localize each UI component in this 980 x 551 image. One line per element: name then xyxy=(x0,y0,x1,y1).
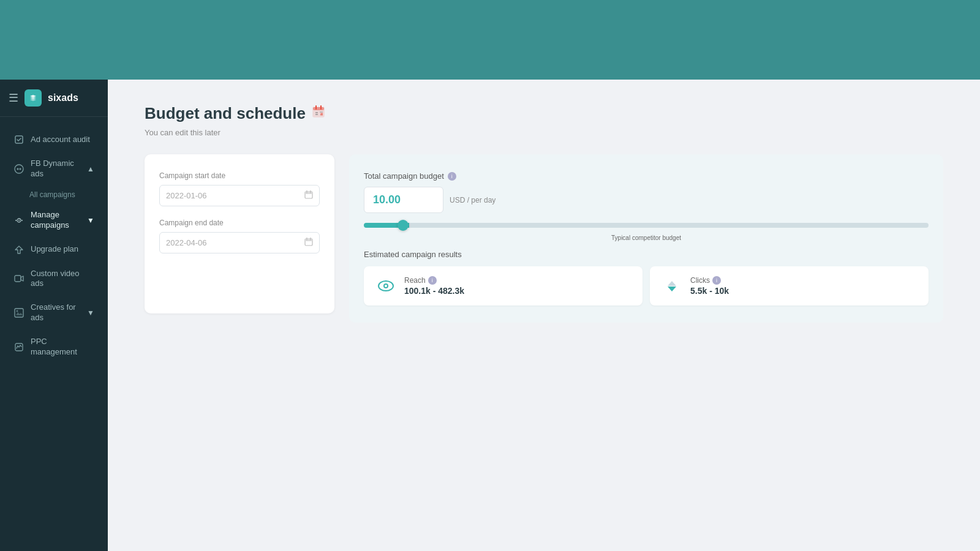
clicks-metric-card: Clicks i 5.5k - 10k xyxy=(650,266,929,305)
budget-slider-track[interactable] xyxy=(364,223,929,228)
budget-slider-container: Typical competitor budget xyxy=(364,223,929,228)
clicks-metric-info: Clicks i 5.5k - 10k xyxy=(690,276,729,296)
fb-icon xyxy=(13,163,24,174)
end-date-input[interactable]: 2022-04-06 xyxy=(159,232,320,253)
clicks-top xyxy=(668,281,676,286)
end-date-calendar-icon xyxy=(304,238,313,248)
sidebar-item-ad-account-audit-label: Ad account audit xyxy=(31,135,90,145)
svg-point-10 xyxy=(17,310,18,312)
page-subtitle: You can edit this later xyxy=(145,128,943,137)
audit-icon xyxy=(13,134,24,145)
clicks-metric-name: Clicks i xyxy=(690,276,729,285)
svg-point-2 xyxy=(17,168,19,170)
sidebar-item-manage-campaigns-label: Manage campaigns xyxy=(31,210,81,231)
nav-section: Ad account audit FB Dynamic ads ▲ All ca… xyxy=(0,117,108,551)
video-icon xyxy=(13,273,24,284)
svg-point-6 xyxy=(15,220,17,221)
budget-info-icon[interactable]: i xyxy=(448,172,456,181)
budget-input-row: USD / per day xyxy=(364,187,929,213)
fb-dynamic-ads-chevron: ▲ xyxy=(87,165,94,173)
sidebar-item-ad-account-audit[interactable]: Ad account audit xyxy=(5,128,103,151)
sidebar-item-ppc-management[interactable]: PPC management xyxy=(5,331,103,364)
sidebar-item-creatives-for-ads-label: Creatives for ads xyxy=(31,302,81,323)
sidebar-item-manage-campaigns[interactable]: Manage campaigns ▼ xyxy=(5,204,103,237)
svg-point-7 xyxy=(21,220,23,221)
budget-label: Total campaign budget i xyxy=(364,171,929,181)
sidebar-item-custom-video-ads[interactable]: Custom video ads xyxy=(5,263,103,296)
clicks-icon-wrap xyxy=(661,275,683,297)
creatives-icon xyxy=(13,307,24,318)
sidebar-header: ☰ sixads xyxy=(0,80,108,117)
main-content: Budget and schedule You can edit this la… xyxy=(108,80,980,551)
sidebar-item-ppc-management-label: PPC management xyxy=(31,337,94,358)
all-campaigns-label: All campaigns xyxy=(29,190,75,199)
brand-name: sixads xyxy=(48,92,78,103)
page-title-icon xyxy=(312,105,325,122)
page-title: Budget and schedule xyxy=(145,104,306,123)
sidebar-item-creatives-for-ads[interactable]: Creatives for ads ▼ xyxy=(5,296,103,329)
svg-rect-9 xyxy=(15,309,23,317)
sidebar-subitem-all-campaigns[interactable]: All campaigns xyxy=(5,187,103,203)
sidebar-item-custom-video-ads-label: Custom video ads xyxy=(31,269,94,290)
manage-campaigns-chevron: ▼ xyxy=(87,216,94,225)
svg-rect-13 xyxy=(313,107,324,110)
end-date-value: 2022-04-06 xyxy=(166,238,300,247)
svg-point-3 xyxy=(20,168,21,170)
sidebar-item-fb-dynamic-ads-label: FB Dynamic ads xyxy=(31,159,81,179)
clicks-icon xyxy=(668,281,676,291)
svg-rect-19 xyxy=(305,192,312,194)
svg-rect-23 xyxy=(305,239,312,241)
content-grid: Campaign start date 2022-01-06 Campaign … xyxy=(145,154,943,323)
budget-unit: USD / per day xyxy=(450,196,496,204)
date-card: Campaign start date 2022-01-06 Campaign … xyxy=(145,154,334,313)
clicks-metric-value: 5.5k - 10k xyxy=(690,286,729,296)
reach-info-icon[interactable]: i xyxy=(428,276,437,285)
svg-point-5 xyxy=(18,220,20,221)
sidebar-item-upgrade-plan[interactable]: Upgrade plan xyxy=(5,238,103,261)
upgrade-icon xyxy=(13,244,24,255)
clicks-info-icon[interactable]: i xyxy=(712,276,721,285)
hamburger-icon[interactable]: ☰ xyxy=(9,91,18,105)
reach-icon xyxy=(375,275,397,297)
creatives-chevron: ▼ xyxy=(87,309,94,317)
sidebar-item-fb-dynamic-ads[interactable]: FB Dynamic ads ▲ xyxy=(5,152,103,186)
metrics-row: Reach i 100.1k - 482.3k xyxy=(364,266,929,305)
reach-metric-info: Reach i 100.1k - 482.3k xyxy=(404,276,464,296)
sidebar: ☰ sixads Ad account audit xyxy=(0,80,108,551)
reach-metric-card: Reach i 100.1k - 482.3k xyxy=(364,266,643,305)
start-date-input[interactable]: 2022-01-06 xyxy=(159,185,320,206)
estimated-section: Estimated campaign results xyxy=(364,250,929,305)
manage-icon xyxy=(13,215,24,226)
budget-slider-thumb[interactable] xyxy=(398,220,409,231)
logo-icon xyxy=(24,89,42,107)
reach-metric-name: Reach i xyxy=(404,276,464,285)
sidebar-item-upgrade-plan-label: Upgrade plan xyxy=(31,244,78,255)
svg-point-1 xyxy=(15,165,23,173)
start-date-calendar-icon xyxy=(304,190,313,201)
ppc-icon xyxy=(13,342,24,353)
start-date-label: Campaign start date xyxy=(159,171,320,180)
slider-tooltip: Typical competitor budget xyxy=(611,234,681,241)
top-bar xyxy=(0,0,980,80)
svg-point-28 xyxy=(385,285,387,287)
start-date-value: 2022-01-06 xyxy=(166,191,300,200)
budget-input[interactable] xyxy=(364,187,443,213)
budget-panel: Total campaign budget i USD / per day Ty… xyxy=(349,154,943,323)
page-header: Budget and schedule xyxy=(145,104,943,123)
svg-rect-8 xyxy=(15,276,21,282)
estimated-title: Estimated campaign results xyxy=(364,250,929,259)
clicks-bottom xyxy=(668,287,676,291)
reach-metric-value: 100.1k - 482.3k xyxy=(404,286,464,296)
end-date-label: Campaign end date xyxy=(159,219,320,227)
